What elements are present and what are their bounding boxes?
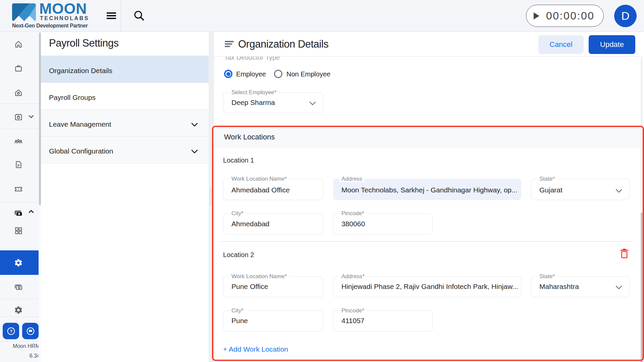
svg-text:?: ? xyxy=(9,329,12,334)
